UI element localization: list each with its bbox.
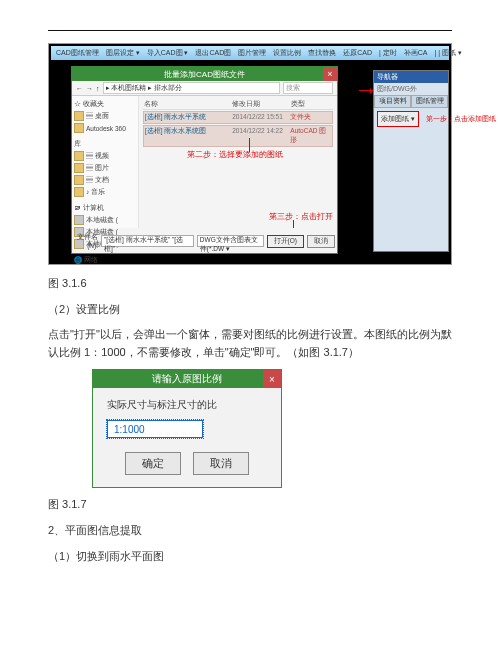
figure-caption: 图 3.1.7 [48, 496, 452, 514]
sidebar-item[interactable]: 库 [74, 139, 136, 150]
filter-select[interactable]: DWG文件含图表文件(*.DW ▾ [197, 235, 264, 247]
menu-item[interactable]: 设置比例 [270, 48, 304, 58]
tab-drawing[interactable]: 图纸管理 [411, 95, 448, 108]
panel-hint: 图纸/DWG外 [374, 83, 448, 95]
path-field[interactable]: ▸ 本机图纸精 ▸ 排水部分 [103, 82, 281, 94]
list-item[interactable]: [选框] 雨水水系统图2014/12/22 14:22AutoCAD 图形 [143, 125, 333, 147]
arrow-icon [359, 90, 373, 91]
menu-item[interactable]: | 定时 [376, 48, 400, 58]
up-icon[interactable]: ↑ [96, 85, 100, 92]
folder-icon [74, 163, 84, 173]
filename-input[interactable]: "[选框] 雨水水平系统" "[选框]" [101, 235, 194, 247]
sidebar-item[interactable]: ▤ 文档 [74, 174, 136, 186]
figure-317: 请输入原图比例 × 实际尺寸与标注尺寸的比 1:1000 确定 取消 [92, 369, 282, 488]
back-icon[interactable]: ← [76, 85, 83, 92]
folder-icon [74, 111, 84, 121]
panel-tabs: 项目资料 图纸管理 [374, 95, 448, 108]
menu-item[interactable]: 图片管理 [235, 48, 269, 58]
annotation-step1: 第一步：点击添加图纸 [426, 114, 496, 124]
menu-item[interactable]: 图层设定 ▾ [103, 48, 143, 58]
sidebar-item[interactable]: ▤ 视频 [74, 150, 136, 162]
disk-icon [74, 215, 84, 225]
dialog-nav: ← → ↑ ▸ 本机图纸精 ▸ 排水部分 搜索 [72, 81, 337, 96]
annotation-step2: 第二步：选择要添加的图纸 [187, 150, 283, 160]
dialog-title-text: 请输入原图比例 [152, 372, 222, 386]
scale-label: 实际尺寸与标注尺寸的比 [107, 398, 267, 412]
menu-item[interactable]: 导入CAD图 ▾ [144, 48, 192, 58]
folder-icon [74, 151, 84, 161]
dialog-footer: 文件名(N): "[选框] 雨水水平系统" "[选框]" DWG文件含图表文件(… [74, 231, 335, 251]
right-panel: 导航器 图纸/DWG外 项目资料 图纸管理 添加图纸 ▾ [373, 70, 449, 252]
ok-button[interactable]: 确定 [125, 452, 181, 475]
fwd-icon[interactable]: → [86, 85, 93, 92]
menu-item[interactable]: 还原CAD [340, 48, 375, 58]
close-icon[interactable]: × [323, 67, 337, 81]
section-heading: 2、平面图信息提取 [48, 522, 452, 540]
close-icon[interactable]: × [263, 370, 281, 388]
section-heading: （2）设置比例 [48, 301, 452, 319]
cancel-button[interactable]: 取消 [307, 235, 335, 248]
dialog-title: 请输入原图比例 × [93, 370, 281, 388]
file-list: 名称修改日期类型 [选框] 雨水水平系统2014/12/22 15:51文件夹 … [139, 96, 337, 228]
sidebar-item[interactable]: 本地磁盘 ( [74, 214, 136, 226]
dialog-sidebar: ☆ 收藏夹 ▤ 桌面 Autodesk 360 库 ▤ 视频 ▤ 图片 ▤ 文档… [72, 96, 139, 228]
menu-item[interactable]: | | 图纸 ▾ [432, 48, 465, 58]
sidebar-item[interactable]: ☆ 收藏夹 [74, 99, 136, 110]
cancel-button[interactable]: 取消 [193, 452, 249, 475]
section-heading: （1）切换到雨水平面图 [48, 548, 452, 566]
menu-item[interactable]: CAD图纸管理 [53, 48, 102, 58]
panel-title: 导航器 [374, 71, 448, 83]
tab-project[interactable]: 项目资料 [374, 95, 411, 108]
sidebar-item[interactable]: 🌐 网络 [74, 255, 136, 266]
menu-item[interactable]: 查找替换 [305, 48, 339, 58]
scale-input[interactable]: 1:1000 [107, 420, 203, 438]
dialog-title-text: 批量添加CAD图纸文件 [164, 69, 245, 80]
folder-icon [74, 123, 84, 133]
open-button[interactable]: 打开(O) [267, 235, 304, 248]
sidebar-item[interactable]: ▤ 桌面 [74, 110, 136, 122]
menu-item[interactable]: 补画CA [401, 48, 431, 58]
list-item[interactable]: [选框] 雨水水平系统2014/12/22 15:51文件夹 [143, 111, 333, 124]
menu-item[interactable]: 退出CAD图 [192, 48, 234, 58]
app-toolbar: CAD图纸管理 图层设定 ▾ 导入CAD图 ▾ 退出CAD图 图片管理 设置比例… [51, 46, 449, 60]
paragraph: 点击"打开"以后，会弹出一个窗体，需要对图纸的比例进行设置。本图纸的比例为默认比… [48, 326, 452, 361]
list-header: 名称修改日期类型 [143, 100, 333, 110]
folder-icon [74, 175, 84, 185]
figure-caption: 图 3.1.6 [48, 275, 452, 293]
folder-icon [74, 187, 84, 197]
sidebar-item[interactable]: 🖳 计算机 [74, 203, 136, 214]
search-input[interactable]: 搜索 [283, 82, 333, 94]
filename-label: 文件名(N): [74, 233, 98, 249]
annotation-step3: 第三步：点击打开 [269, 212, 333, 222]
sidebar-item[interactable]: Autodesk 360 [74, 122, 136, 134]
file-dialog: 批量添加CAD图纸文件 × ← → ↑ ▸ 本机图纸精 ▸ 排水部分 搜索 ☆ … [71, 66, 338, 254]
dialog-title: 批量添加CAD图纸文件 × [72, 67, 337, 81]
figure-316: CAD图纸管理 图层设定 ▾ 导入CAD图 ▾ 退出CAD图 图片管理 设置比例… [48, 43, 452, 265]
add-drawing-button[interactable]: 添加图纸 ▾ [377, 111, 419, 127]
sidebar-item[interactable]: ♪ 音乐 [74, 186, 136, 198]
sidebar-item[interactable]: ▤ 图片 [74, 162, 136, 174]
